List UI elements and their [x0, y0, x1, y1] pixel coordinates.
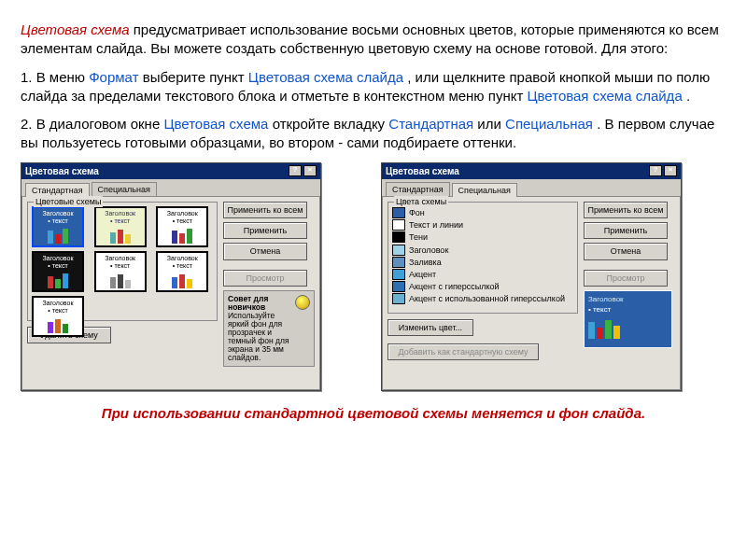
color-row[interactable]: Акцент [392, 269, 573, 280]
preview-button[interactable]: Просмотр [223, 270, 307, 287]
color-row[interactable]: Фон [392, 207, 573, 218]
scheme-thumb[interactable]: Заголовок• текст [156, 251, 208, 292]
color-row[interactable]: Акцент с гиперссылкой [392, 281, 573, 292]
intro-paragraph: Цветовая схема предусматривает использов… [21, 21, 726, 59]
scheme-grid: Заголовок• текст Заголовок• текст Заголо… [32, 206, 213, 337]
color-label: Фон [409, 207, 425, 218]
footer-note: При использовании стандартной цветовой с… [21, 404, 726, 423]
term-color-scheme: Цветовая схема [21, 21, 130, 37]
color-row[interactable]: Тени [392, 231, 573, 243]
step2-tab2: Специальная [505, 116, 593, 132]
dialog-title: Цветовая схема [386, 165, 459, 178]
tab-standard[interactable]: Стандартная [386, 182, 450, 196]
step2-dlg: Цветовая схема [163, 116, 268, 132]
dialog-special: Цветовая схема ? × Стандартная Специальн… [381, 162, 682, 392]
apply-all-button[interactable]: Применить ко всем [584, 202, 668, 218]
tab-special[interactable]: Специальная [92, 182, 157, 196]
tab-standard[interactable]: Стандартная [25, 183, 90, 197]
add-standard-button[interactable]: Добавить как стандартную схему [388, 343, 539, 360]
step-1: 1. В меню Формат выберите пункт Цветовая… [21, 68, 726, 106]
step1-cmd2: Цветовая схема слайда [527, 88, 682, 104]
change-color-button[interactable]: Изменить цвет... [388, 319, 473, 336]
color-label: Заливка [409, 257, 442, 268]
scheme-thumb[interactable]: Заголовок• текст [32, 251, 84, 292]
lightbulb-icon [295, 295, 310, 310]
close-icon[interactable]: × [303, 165, 317, 176]
close-icon[interactable]: × [664, 165, 677, 176]
tip-title: Совет для новичков [228, 295, 291, 312]
dialogs-row: Цветовая схема ? × Стандартная Специальн… [21, 162, 726, 392]
color-label: Текст и линии [409, 219, 463, 231]
preview-button[interactable]: Просмотр [584, 270, 668, 287]
scheme-thumb[interactable]: Заголовок• текст [32, 296, 84, 337]
dialog-standard: Цветовая схема ? × Стандартная Специальн… [21, 162, 321, 392]
color-label: Акцент с гиперссылкой [409, 281, 500, 292]
tip-body: Используйте яркий фон для прозрачек и те… [228, 312, 291, 362]
step1-text-d: . [686, 88, 690, 104]
step2-tab1: Стандартная [388, 116, 473, 132]
step1-text-a: 1. В меню [21, 69, 89, 85]
step1-format: Формат [89, 69, 138, 85]
colors-legend: Цвета схемы [394, 196, 448, 207]
color-label: Акцент с использованной гиперссылкой [409, 293, 565, 304]
scheme-thumb[interactable]: Заголовок• текст [94, 206, 147, 247]
tip-box: Совет для новичков Используйте яркий фон… [223, 290, 315, 367]
step2-text-b: откройте вкладку [273, 116, 389, 132]
dialog-title-bar: Цветовая схема ? × [382, 163, 681, 180]
color-row[interactable]: Текст и линии [392, 219, 573, 231]
dialog-title-bar: Цветовая схема ? × [21, 163, 320, 180]
scheme-thumb[interactable]: Заголовок• текст [32, 206, 84, 247]
preview-box: Заголовок • текст [584, 290, 672, 348]
help-icon[interactable]: ? [649, 165, 662, 176]
step1-text-b: выберите пункт [143, 69, 248, 85]
tab-special[interactable]: Специальная [452, 183, 517, 197]
apply-button[interactable]: Применить [223, 222, 307, 239]
color-label: Акцент [409, 269, 436, 280]
step-2: 2. В диалоговом окне Цветовая схема откр… [21, 115, 726, 153]
scheme-thumb[interactable]: Заголовок• текст [94, 251, 147, 292]
preview-title: Заголовок [588, 295, 668, 305]
color-row[interactable]: Заливка [392, 257, 573, 268]
step1-cmd: Цветовая схема слайда [248, 69, 403, 85]
step2-text-a: 2. В диалоговом окне [21, 116, 163, 132]
scheme-thumb[interactable]: Заголовок• текст [156, 206, 208, 247]
schemes-legend: Цветовые схемы [34, 196, 103, 207]
step2-text-c: или [477, 116, 505, 132]
help-icon[interactable]: ? [289, 165, 302, 176]
color-label: Заголовок [409, 245, 448, 256]
color-row[interactable]: Заголовок [392, 245, 573, 256]
color-label: Тени [409, 231, 428, 243]
apply-button[interactable]: Применить [584, 222, 668, 239]
color-row[interactable]: Акцент с использованной гиперссылкой [392, 293, 573, 304]
cancel-button[interactable]: Отмена [584, 243, 668, 259]
preview-text: • текст [588, 305, 668, 315]
dialog-title: Цветовая схема [25, 165, 99, 178]
cancel-button[interactable]: Отмена [223, 243, 307, 259]
apply-all-button[interactable]: Применить ко всем [223, 202, 307, 218]
